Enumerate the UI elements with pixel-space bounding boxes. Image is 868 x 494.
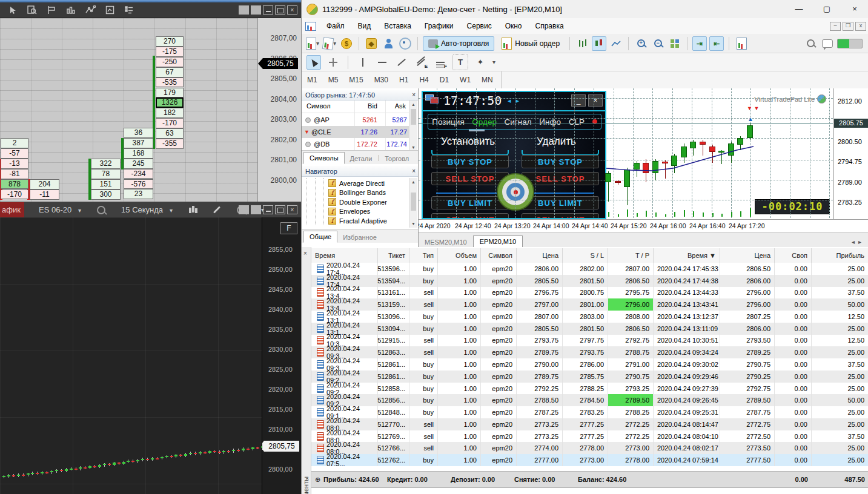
tab-scroll-left-icon[interactable]: ◂ bbox=[852, 239, 858, 245]
cursor-icon[interactable] bbox=[306, 55, 321, 70]
connection-toggle[interactable] bbox=[837, 39, 863, 48]
market-watch-row[interactable]: ▼@CLE17.2617.27 bbox=[302, 126, 409, 138]
vtp-sell-stop-delete-button[interactable]: SELL STOP bbox=[522, 172, 599, 185]
trade-row[interactable]: 2020.04.24 09:2...512856...buy1.00epm202… bbox=[311, 394, 868, 406]
toolbar-button[interactable] bbox=[251, 205, 261, 214]
column-header-S / L[interactable]: S / L bbox=[563, 248, 608, 263]
vtp-close-button[interactable]: × bbox=[588, 94, 603, 107]
navigator-scrollbar[interactable]: ▲ ▼ bbox=[409, 178, 417, 228]
footprint-price-axis[interactable]: 2807,002806,002805,002804,002803,002802,… bbox=[257, 18, 302, 202]
navigator-item[interactable]: fDouble Exponer bbox=[328, 197, 387, 206]
mdi-minimize-icon[interactable]: – bbox=[830, 22, 841, 31]
trade-row[interactable]: 2020.04.24 10:3...512915...sell1.00epm20… bbox=[311, 335, 868, 347]
candlestick-chart-icon[interactable] bbox=[592, 36, 606, 51]
trade-row[interactable]: 2020.04.24 08:0...512770...sell1.00epm20… bbox=[311, 418, 868, 430]
vtp-minimize-button[interactable]: _ bbox=[571, 94, 586, 107]
menu-item-Файл[interactable]: Файл bbox=[320, 18, 351, 34]
bars-chart-icon[interactable] bbox=[575, 36, 589, 51]
column-header-Цена[interactable]: Цена bbox=[720, 248, 775, 263]
navigator-item[interactable]: fBollinger Bands bbox=[328, 188, 386, 197]
menu-item-Вставка[interactable]: Вставка bbox=[377, 18, 418, 34]
horizontal-line-icon[interactable] bbox=[375, 55, 389, 70]
vtp-titlebar[interactable]: 17:47:50 ◂▸ _ × bbox=[423, 92, 605, 111]
tab-scroll-right-icon[interactable]: ▸ bbox=[858, 239, 865, 245]
column-header-Тип[interactable]: Тип bbox=[409, 248, 438, 263]
timeframe-W1[interactable]: W1 bbox=[454, 71, 476, 88]
menu-item-Графики[interactable]: Графики bbox=[418, 18, 460, 34]
vtp-buy-stop-set-button[interactable]: BUY STOP bbox=[431, 155, 509, 168]
trade-row[interactable]: 2020.04.24 09:2...512861...buy1.00epm202… bbox=[311, 370, 868, 383]
chart-tab-EPM20,M10[interactable]: EPM20,M10 bbox=[473, 235, 523, 247]
candles-icon[interactable] bbox=[188, 206, 197, 214]
close-icon[interactable]: × bbox=[287, 205, 297, 214]
trade-row[interactable]: 2020.04.24 07:5...512762...buy1.00epm202… bbox=[311, 454, 868, 466]
bar-chart-icon[interactable] bbox=[65, 5, 76, 15]
column-header-ask[interactable]: Ask bbox=[395, 102, 406, 110]
trade-row[interactable]: 2020.04.24 17:4...513596...buy1.00epm202… bbox=[311, 263, 868, 275]
timeframe-M15[interactable]: M15 bbox=[343, 71, 368, 88]
menu-item-Окно[interactable]: Окно bbox=[499, 18, 529, 34]
zoom-in-icon[interactable]: + bbox=[634, 36, 648, 51]
footprint-chart[interactable]: 2-57-13-81878-170204-1132278151300363871… bbox=[0, 18, 301, 202]
trade-row[interactable]: 2020.04.24 08:0...512766...sell1.00epm20… bbox=[311, 442, 868, 454]
dark-chart-price-axis[interactable]: 2855,002850,002845,002840,002835,002830,… bbox=[262, 217, 302, 494]
trade-row[interactable]: 2020.04.24 13:1...513096...buy1.00epm202… bbox=[311, 311, 868, 323]
timeframe-H4[interactable]: H4 bbox=[414, 71, 434, 88]
text-icon[interactable]: T bbox=[452, 54, 468, 70]
autoscroll-icon[interactable]: ⇥ bbox=[692, 36, 707, 51]
column-header-bid[interactable]: Bid bbox=[368, 102, 377, 110]
interval-select[interactable]: 15 Секунда ▾ bbox=[121, 205, 173, 214]
document-search-icon[interactable] bbox=[27, 5, 38, 15]
timeframe-D1[interactable]: D1 bbox=[434, 71, 454, 88]
shapes-icon[interactable]: ✦ bbox=[473, 55, 488, 70]
crosshair-icon[interactable] bbox=[326, 55, 340, 70]
column-header-Время[interactable]: Время bbox=[311, 248, 378, 263]
strategy-tester-icon[interactable] bbox=[734, 36, 749, 51]
symbols-button[interactable]: $ bbox=[339, 36, 354, 51]
maximize-icon[interactable] bbox=[275, 5, 285, 15]
market-watch-row[interactable]: @AP52615267 bbox=[302, 114, 409, 126]
menu-item-Сервис[interactable]: Сервис bbox=[460, 18, 499, 34]
equidistant-channel-icon[interactable]: E bbox=[414, 55, 428, 70]
fibonacci-icon[interactable]: F bbox=[433, 55, 448, 70]
market-watch-header[interactable]: Обзор рынка: 17:47:50 × bbox=[302, 90, 418, 100]
tab-Торговл[interactable]: Торговл bbox=[379, 153, 414, 164]
toolbar-button[interactable] bbox=[239, 205, 249, 214]
trade-row[interactable]: 2020.04.24 13:4...513159...sell1.00epm20… bbox=[311, 298, 868, 311]
trade-row[interactable]: 2020.04.24 13:4...513161...sell1.00epm20… bbox=[311, 287, 868, 299]
checklist-icon[interactable] bbox=[124, 5, 134, 15]
polyline-icon[interactable] bbox=[85, 5, 96, 15]
timeframe-MN[interactable]: MN bbox=[476, 71, 499, 88]
trade-row[interactable]: 2020.04.24 08:0...512769...sell1.00epm20… bbox=[311, 430, 868, 443]
minimize-icon[interactable]: — bbox=[785, 0, 813, 18]
menu-item-Вид[interactable]: Вид bbox=[351, 18, 378, 34]
autotrade-button[interactable]: Авто-торговля bbox=[423, 36, 494, 51]
table-header[interactable]: ВремяТикетТипОбъемСимволЦенаS / LT / PВр… bbox=[311, 248, 868, 263]
trendline-icon[interactable] bbox=[394, 55, 409, 70]
column-header-Тикет[interactable]: Тикет bbox=[378, 248, 409, 263]
toolbar-button[interactable] bbox=[239, 5, 249, 15]
toolbox-vertical-tab[interactable]: Инструменты bbox=[302, 476, 310, 494]
timeframe-H1[interactable]: H1 bbox=[394, 71, 414, 88]
search-icon[interactable] bbox=[803, 36, 818, 51]
column-header-Объем[interactable]: Объем bbox=[438, 248, 481, 263]
timeframe-M1[interactable]: M1 bbox=[302, 71, 323, 88]
navigator-item[interactable]: fFractal Adaptive bbox=[328, 216, 387, 225]
column-header-Цена[interactable]: Цена bbox=[517, 248, 563, 263]
column-header-T / P[interactable]: T / P bbox=[608, 248, 654, 263]
maximize-icon[interactable]: ▢ bbox=[813, 0, 841, 18]
tab-Детали[interactable]: Детали bbox=[345, 153, 378, 164]
trade-row[interactable]: 2020.04.24 09:3...512861...buy1.00epm202… bbox=[311, 358, 868, 370]
trade-row[interactable]: 2020.04.24 09:3...512863...sell1.00epm20… bbox=[311, 346, 868, 358]
close-icon[interactable]: × bbox=[303, 250, 307, 257]
tab-chart[interactable]: афик bbox=[0, 202, 24, 218]
search-icon[interactable] bbox=[97, 206, 105, 214]
vtp-sell-limit-delete-button[interactable]: SELL LIMIT bbox=[522, 213, 599, 219]
tab-Общие[interactable]: Общие bbox=[303, 231, 337, 243]
signals-icon[interactable] bbox=[398, 36, 412, 51]
close-icon[interactable]: × bbox=[287, 5, 297, 15]
chevron-down-icon[interactable]: ▾ bbox=[492, 59, 495, 65]
deposit-icon[interactable]: ◆ bbox=[364, 36, 379, 51]
tab-Избранное[interactable]: Избранное bbox=[337, 232, 382, 243]
chart-time-axis[interactable]: 24 Apr 202024 Apr 12:4024 Apr 13:2024 Ap… bbox=[419, 219, 868, 233]
